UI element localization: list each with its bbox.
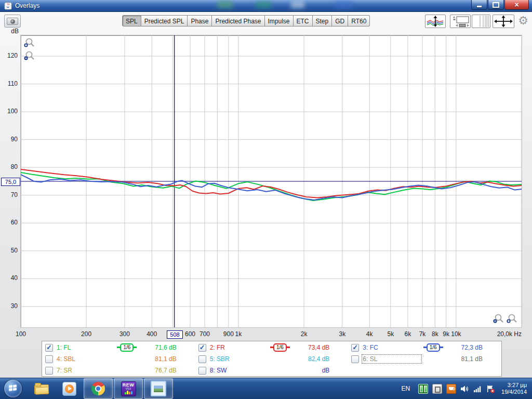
media-player-icon <box>62 382 76 396</box>
settings-gear-icon[interactable]: ⚙ <box>516 14 530 28</box>
checkbox-sl[interactable] <box>351 355 359 363</box>
y-tick-label: 100 <box>7 108 18 115</box>
camera-icon <box>7 18 18 25</box>
cursor-value-sr: 76,7 dB <box>139 367 177 374</box>
chrome-icon <box>91 382 105 395</box>
trace-label-fc[interactable]: 3: FC <box>363 344 421 351</box>
taskbar-clock[interactable]: 3:27 μμ 19/4/2014 <box>501 382 527 395</box>
java-app-icon <box>4 2 12 10</box>
tab-impulse[interactable]: Impulse <box>265 15 294 26</box>
x-tick-label: 2k <box>301 330 308 338</box>
checkbox-sr[interactable] <box>45 367 53 375</box>
trace-label-fl[interactable]: 1: FL <box>57 344 115 351</box>
trace-label-sbl[interactable]: 4: SBL <box>57 355 115 363</box>
checkbox-sbl[interactable] <box>45 355 53 363</box>
checkbox-sbr[interactable] <box>198 355 206 363</box>
trace-label-sbr[interactable]: 5: SBR <box>210 355 268 363</box>
cursor-value-fl: 71,6 dB <box>139 344 177 351</box>
tab-etc[interactable]: ETC <box>294 15 313 26</box>
x-tick-label: 900 <box>223 330 234 338</box>
removable-device-icon[interactable] <box>432 384 442 394</box>
fit-spl-vertical-button[interactable] <box>425 15 446 28</box>
legend-item-sbr[interactable]: 5: SBR 82,4 dB <box>195 353 349 365</box>
title-bar[interactable]: Overlays × <box>0 0 532 12</box>
legend-item-fc[interactable]: 3: FC 1/6 72,3 dB <box>348 342 501 353</box>
network-icon[interactable] <box>473 384 482 393</box>
checkbox-fr[interactable] <box>198 344 206 352</box>
tab-step[interactable]: Step <box>313 15 332 26</box>
cursor-value-sl: 81,1 dB <box>445 355 483 363</box>
zoom-out-y-icon[interactable] <box>23 51 35 62</box>
legend-item-sbl[interactable]: 4: SBL 81,1 dB <box>42 353 195 365</box>
y-tick-label: 90 <box>11 136 18 143</box>
taskbar-media-player-button[interactable] <box>55 379 83 398</box>
spl-plot-area[interactable] <box>21 35 522 327</box>
x-axis: 1002003004006007009001k2k3k4k5k6k7k8k9k1… <box>21 330 522 338</box>
taskbar-chrome-button[interactable] <box>84 378 113 399</box>
tab-spl[interactable]: SPL <box>122 15 141 26</box>
taskbar-rew-button[interactable]: REW V5.0 <box>114 378 143 399</box>
desktop-glare <box>217 1 233 8</box>
trace-label-sl[interactable]: 6: SL <box>363 355 421 363</box>
close-button[interactable]: × <box>504 0 529 10</box>
x-tick-label: 20,0k Hz <box>497 330 522 338</box>
taskbar-photo-viewer-button[interactable] <box>144 378 173 399</box>
y-tick-label: 40 <box>11 274 18 282</box>
tab-phase[interactable]: Phase <box>188 15 212 26</box>
desktop-glare <box>256 1 271 8</box>
window-title: Overlays <box>15 2 39 9</box>
zoom-in-x-icon[interactable] <box>506 314 517 325</box>
x-tick-label: 6k <box>405 330 411 338</box>
legend-item-fr[interactable]: 2: FR 1/6 73,4 dB <box>195 342 349 353</box>
trace-label-sw[interactable]: 8: SW <box>210 367 268 374</box>
cursor-value-sbr: 82,4 dB <box>292 355 329 363</box>
cursor-value-sw: dB <box>292 367 329 374</box>
java-tray-icon[interactable] <box>446 384 456 394</box>
y-tick-label: 120 <box>7 52 18 59</box>
y-axis-unit: dB <box>0 28 19 35</box>
maximize-button[interactable] <box>488 0 504 10</box>
legend-item-sw[interactable]: 8: SW dB <box>195 365 349 376</box>
smoothing-badge-fr[interactable]: 1/6 <box>273 343 287 352</box>
action-center-flag-icon[interactable] <box>486 384 495 393</box>
capture-graph-button[interactable] <box>4 15 21 28</box>
tab-predicted-phase[interactable]: Predicted Phase <box>212 15 264 26</box>
legend-item-fl[interactable]: 1: FL 1/6 71,6 dB <box>42 342 195 353</box>
zoom-in-y-icon[interactable] <box>23 38 35 49</box>
cursor-value-fc: 72,3 dB <box>445 344 483 351</box>
checkbox-sw[interactable] <box>198 367 206 375</box>
tab-predicted-spl[interactable]: Predicted SPL <box>141 15 188 26</box>
smoothing-badge-fl[interactable]: 1/6 <box>120 343 134 352</box>
x-tick-label: 400 <box>147 330 157 338</box>
x-tick-label: 1k <box>235 330 242 338</box>
minimize-button[interactable] <box>471 0 487 10</box>
taskbar-explorer-button[interactable] <box>27 379 55 398</box>
desktop-glare <box>291 1 304 8</box>
trace-label-sr[interactable]: 7: SR <box>57 367 115 374</box>
photo-viewer-icon <box>151 381 166 396</box>
legend-item-sl[interactable]: 6: SL 81,1 dB <box>348 353 501 365</box>
pan-limits-button[interactable] <box>450 15 471 28</box>
trace-label-fr[interactable]: 2: FR <box>210 344 268 351</box>
checkbox-fl[interactable] <box>45 344 53 352</box>
clock-time: 3:27 μμ <box>501 382 527 389</box>
smoothing-badge-fc[interactable]: 1/6 <box>427 343 440 352</box>
explorer-icon <box>34 383 48 394</box>
x-tick-label: 200 <box>81 330 91 338</box>
y-tick-label: 60 <box>11 219 18 226</box>
speaker-icon[interactable] <box>460 384 469 393</box>
language-indicator[interactable]: EN <box>401 385 410 392</box>
x-tick-label: 300 <box>119 330 130 338</box>
x-tick-label: 600 <box>185 330 195 338</box>
move-axes-button[interactable] <box>493 15 514 28</box>
tab-gd[interactable]: GD <box>332 15 348 26</box>
zoom-out-x-icon[interactable] <box>493 314 504 325</box>
tab-rt60[interactable]: RT60 <box>348 15 370 26</box>
frequency-axis-button[interactable] <box>472 15 490 28</box>
start-button[interactable] <box>4 380 22 397</box>
clock-date: 19/4/2014 <box>501 389 527 395</box>
x-tick-label: 3k <box>339 330 345 338</box>
legend-item-sr[interactable]: 7: SR 76,7 dB <box>42 365 195 376</box>
checkbox-fc[interactable] <box>351 344 359 352</box>
green-app-tray-icon[interactable] <box>418 384 428 394</box>
